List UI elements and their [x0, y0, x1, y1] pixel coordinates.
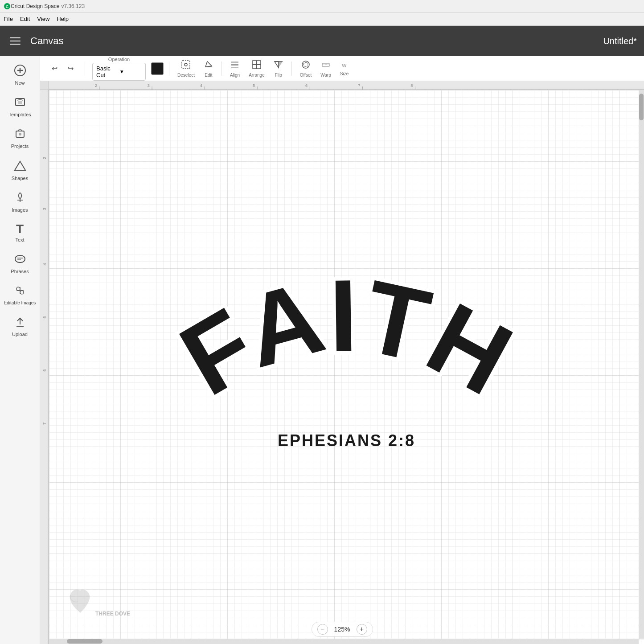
sidebar-item-projects[interactable]: Projects	[2, 123, 38, 153]
svg-marker-32	[279, 62, 283, 68]
operation-label: Operation	[108, 57, 130, 62]
svg-text:6: 6	[305, 83, 308, 88]
svg-point-19	[20, 291, 24, 294]
toolbar-divider-1	[85, 62, 85, 76]
dove-icon	[67, 586, 94, 617]
size-button[interactable]: W Size	[337, 59, 351, 78]
menu-file[interactable]: File	[4, 16, 13, 22]
flip-button[interactable]: Flip	[271, 58, 286, 79]
menu-view[interactable]: View	[37, 16, 49, 22]
svg-rect-26	[231, 67, 238, 68]
svg-rect-27	[253, 61, 257, 65]
grid-background: FAITH FAITH EPHESIANS 2:8	[49, 90, 644, 644]
horizontal-scrollbar[interactable]	[49, 639, 639, 644]
undo-button[interactable]: ↩	[47, 62, 62, 76]
images-icon	[14, 191, 26, 205]
svg-text:4: 4	[42, 263, 47, 265]
hamburger-menu[interactable]	[7, 33, 23, 49]
canvas-title: Canvas	[30, 35, 596, 47]
flip-icon	[274, 60, 283, 72]
arrange-icon	[252, 60, 262, 72]
canvas-container[interactable]: 2 3 4 5 6 7 8 2 3 4	[40, 81, 644, 644]
warp-button[interactable]: Warp	[318, 58, 334, 79]
faith-arched-svg: FAITH FAITH	[164, 253, 529, 440]
ruler-left: 2 3 4 5 6 7	[40, 90, 49, 644]
sidebar-item-upload[interactable]: Upload	[2, 311, 38, 341]
phrases-icon	[14, 253, 26, 267]
sidebar-item-shapes-label: Shapes	[12, 176, 28, 181]
size-label: Size	[340, 71, 349, 76]
toolbar-divider-3	[222, 62, 222, 76]
svg-point-10	[19, 193, 21, 198]
operation-value: Basic Cut	[96, 65, 118, 78]
text-icon: T	[16, 223, 24, 235]
svg-point-16	[16, 287, 20, 291]
sidebar-item-projects-label: Projects	[11, 144, 29, 149]
app-version: v7.36.123	[61, 3, 85, 9]
svg-text:C: C	[6, 4, 9, 9]
svg-text:4: 4	[200, 83, 202, 88]
color-swatch[interactable]	[151, 62, 164, 75]
svg-text:5: 5	[253, 83, 255, 88]
sidebar-item-templates[interactable]: Templates	[2, 91, 38, 121]
zoom-value: 125%	[332, 626, 353, 633]
svg-rect-29	[253, 65, 257, 69]
arrange-button[interactable]: Arrange	[246, 58, 267, 79]
app-title: Cricut Design Space	[11, 3, 59, 9]
sidebar-item-new[interactable]: New	[2, 60, 38, 90]
svg-text:2: 2	[95, 83, 97, 88]
sidebar-item-editable-images-label: Editable Images	[4, 300, 36, 306]
svg-rect-30	[257, 65, 261, 69]
svg-text:3: 3	[148, 83, 150, 88]
sidebar-item-shapes[interactable]: Shapes	[2, 155, 38, 185]
operation-dropdown-icon: ▾	[120, 68, 142, 75]
offset-button[interactable]: Offset	[297, 58, 315, 79]
sidebar-item-images[interactable]: Images	[2, 187, 38, 217]
main-layout: New Templates Projects Shapes Images	[0, 56, 644, 644]
size-icon: W	[342, 61, 346, 70]
ephesians-text: EPHESIANS 2:8	[278, 431, 415, 449]
svg-text:2: 2	[42, 157, 47, 159]
operation-select[interactable]: Basic Cut ▾	[92, 63, 146, 81]
canvas-area: ↩ ↪ Operation Basic Cut ▾ Deselect	[40, 56, 644, 644]
new-icon	[14, 64, 26, 78]
svg-rect-6	[18, 101, 22, 104]
toolbar-divider-4	[291, 62, 292, 76]
menubar: File Edit View Help	[0, 12, 644, 26]
svg-marker-31	[275, 62, 279, 68]
sidebar-item-images-label: Images	[12, 207, 28, 213]
svg-rect-28	[257, 61, 261, 65]
align-label: Align	[230, 73, 240, 78]
vertical-scrollbar[interactable]	[639, 90, 644, 639]
editable-images-icon	[14, 284, 26, 299]
templates-icon	[14, 96, 26, 110]
zoom-out-button[interactable]: −	[317, 624, 328, 635]
menu-help[interactable]: Help	[57, 16, 69, 22]
design-content[interactable]: FAITH FAITH EPHESIANS 2:8	[164, 253, 529, 450]
deselect-icon	[181, 60, 191, 72]
sidebar-item-phrases[interactable]: Phrases	[2, 248, 38, 278]
undo-redo-group: ↩ ↪	[45, 62, 79, 76]
svg-point-8	[19, 133, 21, 135]
operation-group: Operation Basic Cut ▾	[90, 57, 148, 81]
align-button[interactable]: Align	[227, 58, 242, 79]
deselect-button[interactable]: Deselect	[175, 58, 197, 79]
sidebar-item-text[interactable]: T Text	[2, 218, 38, 246]
shapes-icon	[14, 160, 26, 174]
zoom-in-button[interactable]: +	[357, 624, 367, 635]
svg-rect-13	[15, 255, 25, 263]
redo-button[interactable]: ↪	[63, 62, 78, 76]
titlebar: C Cricut Design Space v7.36.123	[0, 0, 644, 12]
svg-text:6: 6	[42, 369, 47, 372]
watermark: THREE DOVE	[67, 586, 130, 617]
sidebar-item-text-label: Text	[15, 237, 24, 243]
menu-edit[interactable]: Edit	[20, 16, 30, 22]
sidebar-item-phrases-label: Phrases	[11, 269, 29, 275]
design-canvas[interactable]: FAITH FAITH EPHESIANS 2:8	[49, 90, 644, 644]
watermark-text: THREE DOVE	[95, 611, 130, 617]
sidebar-item-editable-images[interactable]: Editable Images	[2, 280, 38, 309]
warp-icon	[321, 60, 331, 72]
zoom-bar: − 125% +	[312, 622, 373, 637]
edit-button[interactable]: Edit	[201, 58, 216, 79]
sidebar: New Templates Projects Shapes Images	[0, 56, 40, 644]
